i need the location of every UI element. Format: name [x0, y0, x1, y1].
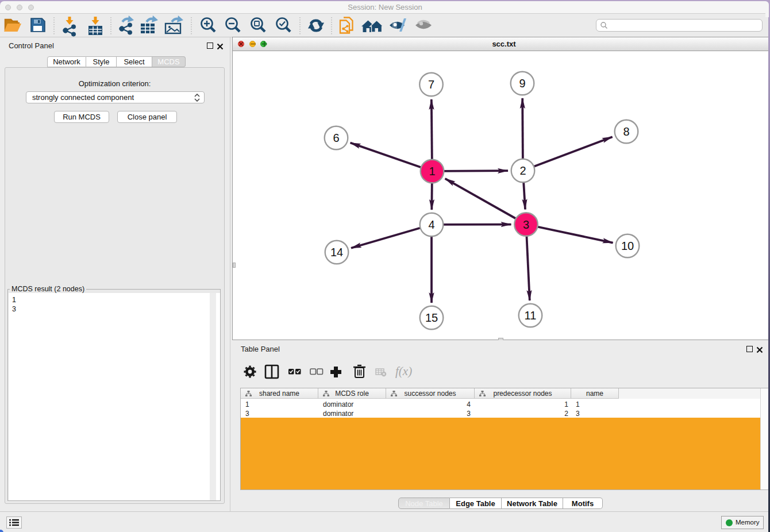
svg-text:4: 4 — [428, 218, 434, 231]
svg-text:7: 7 — [428, 78, 434, 91]
svg-text:11: 11 — [525, 309, 537, 322]
svg-text:6: 6 — [333, 132, 339, 144]
svg-text:8: 8 — [623, 125, 629, 138]
svg-text:f(x): f(x) — [395, 364, 412, 378]
svg-text:3: 3 — [523, 218, 529, 231]
svg-text:15: 15 — [425, 311, 438, 324]
svg-text:9: 9 — [519, 77, 525, 90]
svg-text:1: 1 — [429, 165, 435, 178]
svg-text:10: 10 — [621, 240, 634, 252]
svg-text:14: 14 — [330, 246, 343, 259]
svg-text:2: 2 — [519, 164, 526, 177]
